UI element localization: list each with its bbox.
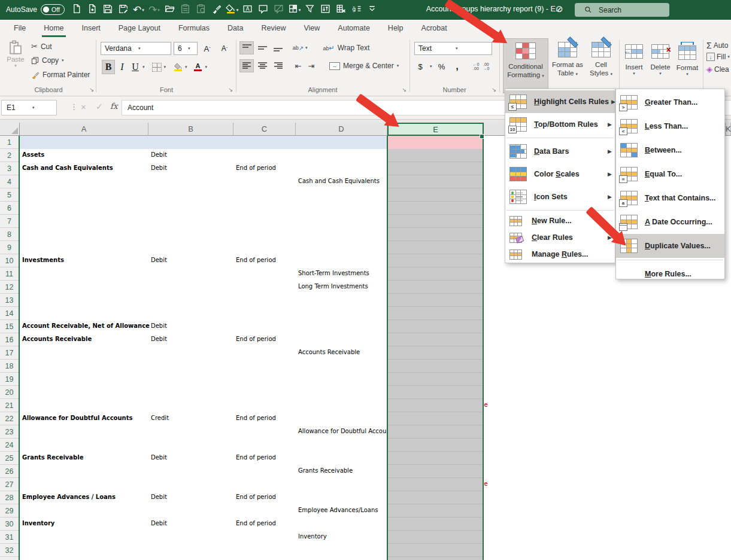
cell-D29[interactable]: Employee Advances/Loans: [296, 504, 387, 518]
cell-B16[interactable]: Debit: [148, 333, 233, 346]
row-header-18[interactable]: 18: [0, 360, 19, 373]
cell-C28[interactable]: End of period: [233, 491, 296, 504]
cell-A10[interactable]: Investments: [20, 254, 148, 267]
column-header-E[interactable]: E: [387, 123, 484, 136]
cell-D31[interactable]: Inventory: [296, 531, 387, 544]
cell-C30[interactable]: End of period: [233, 518, 296, 531]
cell-D23[interactable]: Allowance for Doubtful Accounts: [296, 425, 387, 439]
row-header-24[interactable]: 24: [0, 439, 19, 452]
cell-B30[interactable]: Debit: [148, 518, 233, 531]
cf-submenu-item-greater-than[interactable]: >Greater Than...: [616, 90, 724, 114]
cf-menu-item-data-bars[interactable]: Data Bars▶: [505, 140, 615, 163]
row-header-3[interactable]: 3: [0, 162, 19, 175]
row-header-32[interactable]: 32: [0, 544, 19, 557]
row-header-16[interactable]: 16: [0, 333, 19, 346]
cf-submenu-item-duplicate-values[interactable]: Duplicate Values...: [616, 234, 724, 258]
cell-C10[interactable]: End of period: [233, 254, 296, 267]
row-header-7[interactable]: 7: [0, 215, 19, 228]
cell-C16[interactable]: End of period: [233, 333, 296, 346]
cell-A3[interactable]: Cash and Cash Equivalents: [20, 162, 148, 175]
row-header-9[interactable]: 9: [0, 241, 19, 254]
cell-B33[interactable]: Debit: [148, 557, 233, 560]
row-header-8[interactable]: 8: [0, 228, 19, 241]
cf-menu-item-highlight-cells-rules[interactable]: ≤Highlight Cells Rules▶: [505, 90, 615, 113]
row-header-31[interactable]: 31: [0, 531, 19, 544]
column-header-B[interactable]: B: [148, 123, 233, 136]
row-header-21[interactable]: 21: [0, 399, 19, 412]
cell-B3[interactable]: Debit: [148, 162, 233, 175]
cell-C33[interactable]: End of period: [233, 557, 296, 560]
cell-A25[interactable]: Grants Receivable: [20, 452, 148, 465]
row-header-15[interactable]: 15: [0, 320, 19, 333]
row-header-10[interactable]: 10: [0, 254, 19, 267]
row-header-20[interactable]: 20: [0, 386, 19, 399]
row-header-28[interactable]: 28: [0, 491, 19, 504]
cell-C25[interactable]: End of period: [233, 452, 296, 465]
cell-B10[interactable]: Debit: [148, 254, 233, 267]
row-header-14[interactable]: 14: [0, 307, 19, 320]
menu-item-icon-slot: =: [620, 167, 638, 181]
row-header-2[interactable]: 2: [0, 149, 19, 162]
cf-menu-item-clear-rules[interactable]: Clear Rules▶: [505, 229, 615, 246]
row-header-26[interactable]: 26: [0, 465, 19, 478]
row-header-13[interactable]: 13: [0, 294, 19, 307]
menu-item-icon-slot: [620, 215, 638, 229]
row-header-1[interactable]: 1: [0, 136, 19, 149]
cf-menu-item-top-bottom-rules[interactable]: 10Top/Bottom Rules▶: [505, 113, 615, 136]
cell-A22[interactable]: Allowance for Doubtful Accounts: [20, 412, 148, 425]
cf-submenu-item-item-8[interactable]: More Rules...: [616, 262, 724, 286]
cell-A2[interactable]: Assets: [20, 149, 148, 162]
column-header-D[interactable]: D: [296, 123, 387, 136]
cell-B28[interactable]: Debit: [148, 491, 233, 504]
new-rule-icon: [509, 216, 522, 226]
row-header-19[interactable]: 19: [0, 373, 19, 386]
row-header-33[interactable]: 33: [0, 557, 19, 560]
cell-D26[interactable]: Grants Receivable: [296, 465, 387, 478]
cell-A16[interactable]: Accounts Receivable: [20, 333, 148, 346]
cf-submenu-item-between[interactable]: Between...: [616, 138, 724, 162]
cf-submenu-item-date-occurring[interactable]: A Date Occurring...: [616, 210, 724, 234]
menu-item-icon-slot: ≤: [509, 95, 527, 109]
row-header-17[interactable]: 17: [0, 346, 19, 360]
cell-B25[interactable]: Debit: [148, 452, 233, 465]
cell-D4[interactable]: Cash and Cash Equivalents: [296, 175, 387, 188]
row-header-11[interactable]: 11: [0, 267, 19, 281]
cell-C3[interactable]: End of period: [233, 162, 296, 175]
cf-menu-item-manage-rules[interactable]: Manage Rules...: [505, 246, 615, 263]
column-header-C[interactable]: C: [233, 123, 296, 136]
cell-D17[interactable]: Accounts Receivable: [296, 346, 387, 360]
cell-B15[interactable]: Debit: [148, 320, 233, 333]
row-header-22[interactable]: 22: [0, 412, 19, 425]
cell-A33[interactable]: Capital Assets, Net: [20, 557, 148, 560]
row-header-25[interactable]: 25: [0, 452, 19, 465]
cell-A30[interactable]: Inventory: [20, 518, 148, 531]
row-header-4[interactable]: 4: [0, 175, 19, 188]
cell-D12[interactable]: Long Term Investments: [296, 281, 387, 294]
cf-menu-item-icon-sets[interactable]: Icon Sets▶: [505, 185, 615, 208]
clear-rules-icon: [509, 233, 522, 243]
selection-handle[interactable]: [480, 134, 484, 139]
cf-submenu-item-text-contains[interactable]: aText that Contains...: [616, 186, 724, 210]
cell-A28[interactable]: Employee Advances / Loans: [20, 491, 148, 504]
row-header-12[interactable]: 12: [0, 281, 19, 294]
cell-C22[interactable]: End of period: [233, 412, 296, 425]
cf-menu-item-color-scales[interactable]: Color Scales▶: [505, 163, 615, 185]
cell-B22[interactable]: Credit: [148, 412, 233, 425]
label-post: ighlight Cells Rules: [539, 98, 609, 106]
row-header-5[interactable]: 5: [0, 188, 19, 202]
row-header-23[interactable]: 23: [0, 425, 19, 439]
row-header-6[interactable]: 6: [0, 202, 19, 215]
cell-B2[interactable]: Debit: [148, 149, 233, 162]
e1-duplicate-preview-fill: [387, 136, 484, 149]
row-header-27[interactable]: 27: [0, 478, 19, 491]
label-post: reater Than...: [651, 98, 698, 106]
column-header-K[interactable]: K: [725, 123, 731, 136]
cf-submenu-item-less-than[interactable]: <Less Than...: [616, 114, 724, 138]
column-header-A[interactable]: A: [20, 123, 148, 136]
row-header-30[interactable]: 30: [0, 518, 19, 531]
row-header-29[interactable]: 29: [0, 504, 19, 518]
cell-D11[interactable]: Short-Term Investments: [296, 267, 387, 281]
cell-A15[interactable]: Account Receivable, Net of Allowance: [20, 320, 148, 333]
cf-submenu-item-equal-to[interactable]: =Equal To...: [616, 162, 724, 186]
select-all-corner[interactable]: [0, 123, 20, 136]
